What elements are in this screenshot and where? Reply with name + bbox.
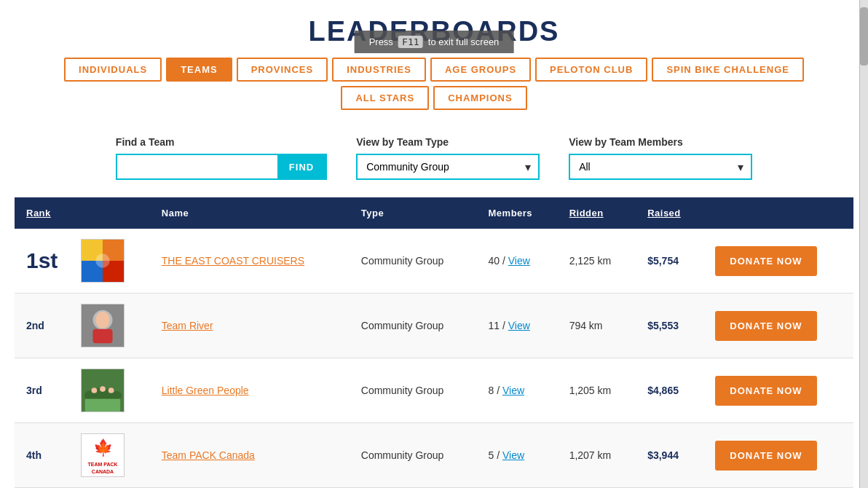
donate-button-4[interactable]: DONATE NOW: [715, 441, 816, 471]
avatar-cell-2: [69, 294, 149, 358]
table-header-row: Rank Name Type Members Ridden Raised: [15, 197, 853, 229]
table-row: 3rd: [15, 358, 853, 423]
members-count-3: 8: [489, 385, 494, 396]
view-link-2[interactable]: View: [508, 320, 530, 331]
members-count-1: 40: [489, 255, 500, 267]
type-cell-2: Community Group: [350, 294, 477, 358]
table-row: 2nd Team River: [15, 294, 853, 358]
type-cell-3: Community Group: [350, 358, 477, 423]
tab-spin-bike-challenge[interactable]: SPIN BIKE CHALLENGE: [652, 58, 804, 82]
donate-button-1[interactable]: DONATE NOW: [715, 246, 816, 276]
members-count-2: 11: [489, 320, 500, 331]
members-cell-4: 5 / View: [477, 423, 558, 488]
table-row: 1st: [15, 229, 853, 294]
team-avatar-1: [81, 239, 125, 283]
svg-point-15: [92, 387, 98, 393]
avatar-river-img: [82, 304, 124, 347]
nav-tabs-row2: ALL STARS CHAMPIONS: [0, 86, 868, 123]
view-link-3[interactable]: View: [502, 385, 524, 396]
svg-rect-8: [93, 329, 113, 343]
action-cell-3: DONATE NOW: [703, 358, 853, 423]
type-cell-4: Community Group: [350, 423, 477, 488]
team-avatar-4: 🍁 TEAM PACK CANADA: [81, 433, 125, 477]
tab-all-stars[interactable]: ALL STARS: [341, 86, 429, 110]
find-team-input[interactable]: [117, 155, 277, 178]
avatar-east-coast-img: [82, 239, 124, 283]
members-count-4: 5: [489, 449, 494, 461]
view-by-type-select-wrap: Community Group All Corporate School Oth…: [356, 154, 540, 180]
action-cell-4: DONATE NOW: [703, 423, 853, 488]
table-container: Rank Name Type Members Ridden Raised 1st: [0, 197, 868, 488]
ridden-cell-2: 794 km: [558, 294, 636, 358]
tab-champions[interactable]: CHAMPIONS: [433, 86, 526, 110]
find-team-group: Find a Team FIND: [116, 136, 327, 180]
svg-point-4: [96, 253, 110, 267]
team-name-cell-3: Little Green People: [150, 358, 350, 423]
view-by-type-group: View by Team Type Community Group All Co…: [356, 136, 540, 180]
donate-button-2[interactable]: DONATE NOW: [715, 311, 816, 341]
donate-button-3[interactable]: DONATE NOW: [715, 376, 816, 406]
action-header: [703, 197, 853, 229]
tab-provinces[interactable]: PROVINCES: [237, 58, 328, 82]
tab-individuals[interactable]: INDIVIDUALS: [64, 58, 162, 82]
tab-industries[interactable]: INDUSTRIES: [332, 58, 426, 82]
leaderboard-table: Rank Name Type Members Ridden Raised 1st: [15, 197, 853, 488]
tab-peloton-club[interactable]: PELOTON CLUB: [535, 58, 647, 82]
pack-logo: 🍁 TEAM PACK CANADA: [81, 433, 125, 477]
avatar-header: [69, 197, 149, 229]
pack-canada-img: 🍁 TEAM PACK CANADA: [81, 433, 125, 476]
rank-cell-4: 4th: [15, 423, 69, 488]
ridden-cell-3: 1,205 km: [558, 358, 636, 423]
team-avatar-3: [81, 369, 125, 412]
view-by-members-label: View by Team Members: [569, 136, 752, 148]
raised-header[interactable]: Raised: [636, 197, 703, 229]
team-name-cell-4: Team PACK Canada: [150, 423, 350, 488]
rank-cell-3: 3rd: [15, 358, 69, 423]
type-select-arrow-icon: ▾: [518, 160, 538, 174]
tab-teams[interactable]: TEAMS: [166, 58, 232, 82]
view-link-1[interactable]: View: [508, 255, 530, 267]
nav-tabs-row1: INDIVIDUALS TEAMS PROVINCES INDUSTRIES A…: [0, 58, 868, 86]
view-by-members-group: View by Team Members All 1-10 11-20 21-5…: [569, 136, 752, 180]
team-name-link-3[interactable]: Little Green People: [162, 385, 249, 396]
name-header: Name: [150, 197, 350, 229]
svg-rect-14: [85, 399, 120, 412]
svg-text:TEAM PACK: TEAM PACK: [88, 462, 118, 467]
svg-text:CANADA: CANADA: [92, 469, 114, 474]
members-cell-3: 8 / View: [477, 358, 558, 423]
view-by-members-select[interactable]: All 1-10 11-20 21-50 50+: [570, 155, 730, 178]
ridden-cell-1: 2,125 km: [558, 229, 636, 294]
view-by-type-select[interactable]: Community Group All Corporate School Oth…: [358, 155, 518, 178]
scrollbar[interactable]: [859, 0, 868, 488]
members-select-arrow-icon: ▾: [730, 160, 751, 174]
rank-cell-2: 2nd: [15, 294, 69, 358]
rank-cell-1: 1st: [15, 229, 69, 294]
avatar-green-img: [82, 369, 124, 412]
team-name-link-2[interactable]: Team River: [162, 320, 213, 331]
raised-cell-3: $4,865: [636, 358, 703, 423]
raised-cell-4: $3,944: [636, 423, 703, 488]
svg-text:🍁: 🍁: [93, 438, 114, 457]
fullscreen-notice: Press F11 to exit full screen: [355, 31, 514, 53]
svg-point-17: [108, 387, 114, 393]
team-name-link-1[interactable]: THE EAST COAST CRUISERS: [162, 255, 304, 267]
members-cell-1: 40 / View: [477, 229, 558, 294]
ridden-header[interactable]: Ridden: [558, 197, 636, 229]
find-button[interactable]: FIND: [277, 155, 326, 178]
svg-point-16: [100, 386, 106, 392]
tab-age-groups[interactable]: AGE GROUPS: [430, 58, 531, 82]
type-cell-1: Community Group: [350, 229, 477, 294]
team-name-link-4[interactable]: Team PACK Canada: [162, 449, 255, 461]
rank-header[interactable]: Rank: [15, 197, 69, 229]
view-link-4[interactable]: View: [502, 449, 524, 461]
team-name-cell-1: THE EAST COAST CRUISERS: [150, 229, 350, 294]
avatar-cell-1: [69, 229, 149, 294]
filter-section: Find a Team FIND View by Team Type Commu…: [0, 123, 868, 197]
view-by-type-label: View by Team Type: [356, 136, 540, 148]
scrollbar-thumb[interactable]: [860, 7, 868, 66]
members-cell-2: 11 / View: [477, 294, 558, 358]
team-avatar-2: [81, 304, 125, 347]
ridden-cell-4: 1,207 km: [558, 423, 636, 488]
avatar-cell-3: [69, 358, 149, 423]
find-team-label: Find a Team: [116, 136, 327, 148]
